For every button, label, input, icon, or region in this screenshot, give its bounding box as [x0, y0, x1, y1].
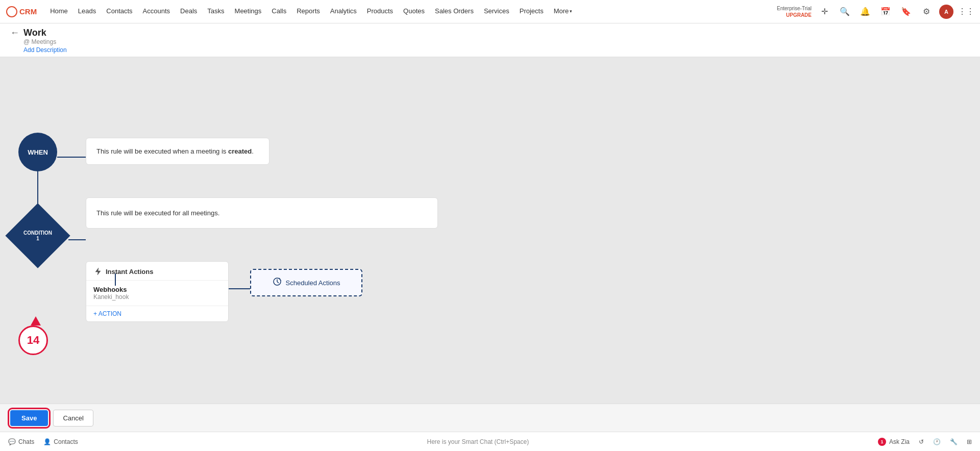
- smart-chat-placeholder[interactable]: Here is your Smart Chat (Ctrl+Space): [87, 438, 869, 445]
- when-card-text: This rule will be executed when a meetin…: [96, 147, 254, 155]
- nav-calls[interactable]: Calls: [266, 0, 291, 23]
- nav-sales-orders[interactable]: Sales Orders: [430, 0, 479, 23]
- cancel-button[interactable]: Cancel: [53, 410, 93, 427]
- chat-icon: 💬: [8, 438, 16, 445]
- chevron-down-icon: ▾: [570, 9, 572, 14]
- create-icon[interactable]: ✛: [817, 4, 832, 19]
- connector-lines: [0, 57, 980, 404]
- clock-icon[interactable]: 🕐: [933, 438, 941, 445]
- instant-actions-header: Instant Actions: [86, 262, 228, 281]
- calendar-icon[interactable]: 📅: [878, 4, 893, 19]
- top-navigation: CRM Home Leads Contacts Accounts Deals T…: [0, 0, 980, 23]
- contacts-item[interactable]: 👤 Contacts: [43, 438, 78, 445]
- page-title: Work: [23, 28, 46, 38]
- nav-leads[interactable]: Leads: [73, 0, 101, 23]
- chats-item[interactable]: 💬 Chats: [8, 438, 34, 445]
- crm-logo[interactable]: CRM: [6, 6, 37, 17]
- instant-actions-box: Instant Actions Webhooks Kaneki_hook + A…: [86, 261, 229, 322]
- add-description-link[interactable]: Add Description: [23, 46, 970, 54]
- nav-accounts[interactable]: Accounts: [138, 0, 175, 23]
- save-button[interactable]: Save: [10, 410, 48, 426]
- contacts-icon: 👤: [43, 438, 51, 445]
- ask-zia-label[interactable]: Ask Zia: [889, 438, 910, 445]
- scheduled-actions-box[interactable]: Scheduled Actions: [250, 269, 362, 296]
- instant-actions-icon: [93, 267, 103, 276]
- badge-14: 14: [18, 325, 48, 355]
- nav-home[interactable]: Home: [45, 0, 73, 23]
- nav-meetings[interactable]: Meetings: [230, 0, 267, 23]
- grid-view-icon[interactable]: ⊞: [967, 438, 972, 445]
- page-header: ← Work @ Meetings Add Description: [0, 23, 980, 57]
- footer-actions: Save Cancel: [0, 404, 980, 432]
- condition-card: This rule will be executed for all meeti…: [86, 197, 438, 229]
- instant-actions-label: Instant Actions: [106, 268, 153, 275]
- settings-icon[interactable]: ⚙: [919, 4, 934, 19]
- bookmarks-icon[interactable]: 🔖: [898, 4, 914, 19]
- crm-logo-text: CRM: [19, 7, 37, 16]
- workflow-canvas: WHEN This rule will be executed when a m…: [0, 57, 980, 404]
- condition-diamond-shape: [5, 203, 70, 268]
- condition-node[interactable]: CONDITION 1: [7, 205, 68, 266]
- scheduled-actions-label: Scheduled Actions: [286, 279, 340, 287]
- tool-icon[interactable]: 🔧: [950, 438, 958, 445]
- nav-products[interactable]: Products: [362, 0, 398, 23]
- back-button[interactable]: ←: [10, 28, 19, 38]
- chats-label: Chats: [18, 438, 34, 445]
- refresh-icon[interactable]: ↺: [919, 438, 924, 445]
- nav-services[interactable]: Services: [479, 0, 514, 23]
- nav-reports[interactable]: Reports: [291, 0, 325, 23]
- notifications-icon[interactable]: 🔔: [857, 4, 873, 19]
- grid-icon[interactable]: ⋮⋮: [959, 4, 974, 19]
- scheduled-actions-icon: [273, 277, 282, 288]
- nav-tasks[interactable]: Tasks: [202, 0, 229, 23]
- enterprise-badge: Enterprise-Trial UPGRADE: [777, 5, 812, 18]
- condition-card-text: This rule will be executed for all meeti…: [96, 209, 219, 217]
- nav-contacts[interactable]: Contacts: [101, 0, 137, 23]
- avatar[interactable]: A: [939, 5, 953, 19]
- search-icon[interactable]: 🔍: [837, 4, 852, 19]
- page-subtitle: @ Meetings: [23, 38, 970, 45]
- nav-quotes[interactable]: Quotes: [398, 0, 430, 23]
- when-node[interactable]: WHEN: [18, 133, 57, 171]
- when-card: This rule will be executed when a meetin…: [86, 138, 270, 165]
- contacts-label: Contacts: [54, 438, 78, 445]
- webhook-name: Webhooks: [93, 286, 221, 293]
- badge-arrow: [31, 316, 41, 325]
- add-action-link[interactable]: + ACTION: [86, 306, 228, 321]
- nav-projects[interactable]: Projects: [514, 0, 549, 23]
- webhook-sub: Kaneki_hook: [93, 293, 221, 300]
- notification-badge: 1: [878, 438, 886, 446]
- nav-deals[interactable]: Deals: [175, 0, 202, 23]
- nav-right-section: Enterprise-Trial UPGRADE ✛ 🔍 🔔 📅 🔖 ⚙ A ⋮…: [777, 4, 974, 19]
- ask-zia-section[interactable]: 1 Ask Zia: [878, 438, 910, 446]
- bottom-bar: 💬 Chats 👤 Contacts Here is your Smart Ch…: [0, 432, 980, 451]
- nav-analytics[interactable]: Analytics: [325, 0, 362, 23]
- nav-more[interactable]: More ▾: [549, 0, 578, 23]
- crm-logo-ring: [6, 6, 17, 17]
- instant-actions-body: Webhooks Kaneki_hook: [86, 281, 228, 306]
